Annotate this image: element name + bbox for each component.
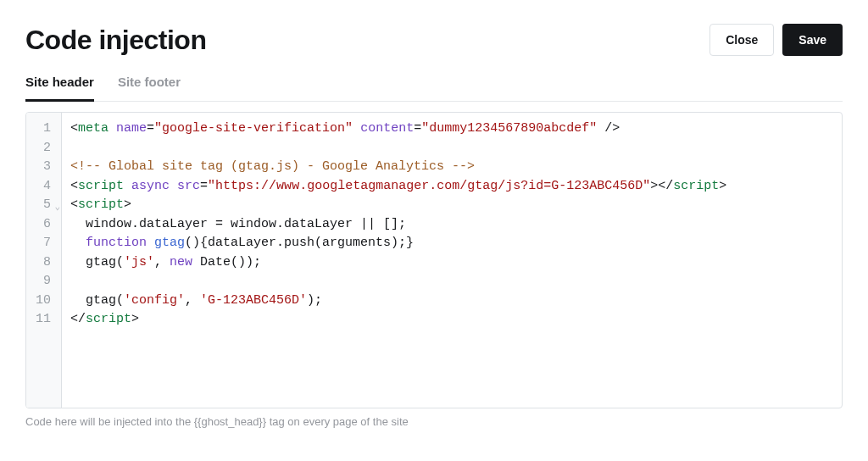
line-number: 1 [26,119,56,139]
header-row: Code injection Close Save [25,24,843,56]
line-number-fold[interactable]: 5 [26,196,56,215]
line-number: 3 [26,158,56,177]
code-editor[interactable]: 1 2 3 4 5 6 7 8 9 10 11 <meta name="goog… [25,112,843,408]
close-button[interactable]: Close [709,24,774,56]
tab-site-footer[interactable]: Site footer [118,75,181,102]
save-button[interactable]: Save [782,24,843,56]
line-number: 4 [26,177,56,197]
line-number: 9 [26,272,56,292]
line-number: 2 [26,139,56,158]
editor-gutter: 1 2 3 4 5 6 7 8 9 10 11 [26,113,62,408]
tabs: Site header Site footer [25,75,843,102]
line-number: 7 [26,234,56,253]
code-area[interactable]: <meta name="google-site-verification" co… [62,113,842,408]
tab-site-header[interactable]: Site header [25,75,94,102]
helper-text: Code here will be injected into the {{gh… [25,415,843,428]
line-number: 6 [26,215,56,235]
line-number: 10 [26,292,56,311]
line-number: 11 [26,310,56,330]
button-row: Close Save [709,24,843,56]
line-number: 8 [26,253,56,273]
page-title: Code injection [25,25,206,56]
